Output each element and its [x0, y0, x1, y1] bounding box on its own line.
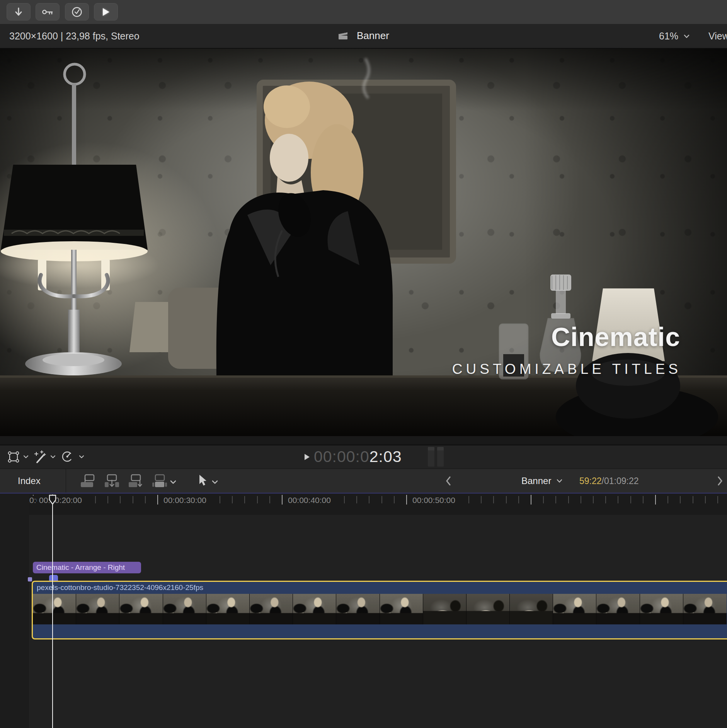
filmstrip-thumbnail [119, 594, 163, 624]
tool-dropdown[interactable] [212, 479, 218, 486]
timeline-clip-name: Banner [521, 476, 551, 486]
playhead-line[interactable] [52, 494, 53, 728]
chevron-down-icon [684, 34, 690, 38]
video-frame-preview [0, 49, 727, 436]
timecode-bright: 2:03 [369, 448, 402, 465]
view-menu[interactable]: View [708, 31, 727, 42]
chevron-down-icon [79, 455, 84, 459]
video-clip-name: pexels-cottonbro-studio-7322352-4096x216… [33, 582, 727, 593]
transport-play-button[interactable] [304, 454, 310, 462]
key-icon [42, 8, 53, 16]
overwrite-clip-icon [152, 474, 168, 488]
project-name: Banner [357, 30, 389, 42]
zoom-level: 61% [659, 31, 678, 42]
video-clip[interactable]: pexels-cottonbro-studio-7322352-4096x216… [32, 581, 727, 639]
timeline-toolbar: Index [0, 469, 727, 493]
insert-edit-button[interactable] [104, 474, 120, 489]
clapperboard-icon [338, 31, 348, 40]
chevron-right-icon [717, 476, 723, 486]
format-info: 3200×1600 | 23,98 fps, Stereo [9, 31, 140, 42]
ruler-label: 00:00:40:00 [286, 496, 333, 505]
download-arrow-icon [14, 7, 24, 17]
transform-tool-button[interactable] [8, 451, 19, 463]
ruler-major-ticks [33, 495, 727, 505]
filmstrip-thumbnail [380, 594, 423, 624]
filmstrip-thumbnail [206, 594, 250, 624]
index-button[interactable]: Index [18, 476, 41, 486]
current-timecode: 00:00:02:03 [314, 448, 402, 466]
append-clip-icon [128, 474, 144, 488]
filmstrip-thumbnail [336, 594, 380, 624]
key-button[interactable] [36, 3, 60, 20]
title-overlay: Cinematic [551, 322, 680, 352]
play-icon [304, 454, 310, 460]
filmstrip-thumbnail [250, 594, 293, 624]
chevron-down-icon [212, 480, 218, 484]
download-button[interactable] [7, 3, 31, 20]
ruler-label: 00:00:30:00 [161, 496, 209, 505]
ruler-label: 00:00:20:00 [37, 496, 84, 505]
filmstrip-thumbnail [596, 594, 640, 624]
video-clip-filmstrip [33, 594, 727, 624]
transform-dropdown[interactable] [23, 455, 29, 459]
select-tool-button[interactable] [198, 474, 207, 488]
effects-tool-button[interactable] [33, 450, 46, 464]
chevron-down-icon [50, 455, 56, 459]
timeline-left-gutter [0, 494, 29, 728]
insert-clip-icon [104, 474, 120, 488]
timeline-timecodes: 59:22 / 01:09:22 [579, 469, 638, 493]
overwrite-edit-button[interactable] [152, 474, 168, 489]
arrow-cursor-icon [198, 474, 207, 487]
play-icon [102, 7, 110, 17]
tasks-button[interactable] [65, 3, 89, 20]
play-button[interactable] [94, 3, 118, 20]
retime-gauge-icon [61, 450, 73, 463]
viewer-canvas[interactable]: Cinematic CUSTOMIZABLE TITLES [0, 49, 727, 436]
title-clip[interactable]: Cinematic - Arrange - Right [33, 562, 141, 573]
chevron-down-icon [557, 479, 562, 483]
magic-wand-icon [33, 450, 46, 464]
total-timecode: 01:09:22 [604, 476, 639, 486]
chevron-down-icon [170, 480, 176, 484]
viewer-letterbox [0, 436, 727, 445]
filmstrip-thumbnail [640, 594, 683, 624]
filmstrip-thumbnail [76, 594, 119, 624]
retime-dropdown[interactable] [79, 455, 84, 459]
effects-dropdown[interactable] [50, 455, 56, 459]
filmstrip-thumbnail [683, 594, 727, 624]
zoom-dropdown[interactable]: 61% [659, 31, 690, 42]
playhead-handle[interactable] [49, 494, 56, 507]
filmstrip-thumbnail [423, 594, 467, 624]
connect-clip-icon [79, 474, 95, 488]
filmstrip-thumbnail [510, 594, 553, 624]
connect-edit-button[interactable] [79, 474, 95, 489]
ruler-label: 00:00:50:00 [410, 496, 458, 505]
transport-bar: 00:00:02:03 [0, 445, 727, 469]
check-circle-icon [72, 7, 82, 17]
toolbar-divider [66, 469, 66, 493]
clip-connection-marker [28, 577, 32, 581]
filmstrip-thumbnail [163, 594, 206, 624]
filmstrip-thumbnail [553, 594, 596, 624]
transform-icon [8, 451, 19, 463]
filmstrip-thumbnail [33, 594, 76, 624]
append-edit-button[interactable] [128, 474, 144, 489]
filmstrip-thumbnail [293, 594, 336, 624]
subtitle-overlay: CUSTOMIZABLE TITLES [452, 361, 681, 377]
top-toolbar [0, 0, 727, 24]
timeline-ruler[interactable]: 00:00:00:00 00:00:10:00 00:00:20:00 00:0… [0, 494, 727, 515]
audio-meter-right[interactable] [437, 447, 444, 467]
chevron-left-icon [445, 476, 451, 486]
chevron-down-icon [23, 455, 29, 459]
elapsed-timecode: 59:22 [579, 476, 602, 486]
timeline-clip-selector[interactable]: Banner [521, 469, 562, 493]
retime-tool-button[interactable] [61, 450, 73, 463]
filmstrip-thumbnail [467, 594, 510, 624]
viewer-info-bar: 3200×1600 | 23,98 fps, Stereo Banner 61%… [0, 24, 727, 49]
audio-meter-left[interactable] [428, 447, 434, 467]
edit-options-dropdown[interactable] [170, 479, 176, 486]
timecode-dim: 00:00:0 [314, 448, 369, 465]
previous-item-button[interactable] [445, 469, 451, 493]
next-item-button[interactable] [717, 469, 723, 493]
